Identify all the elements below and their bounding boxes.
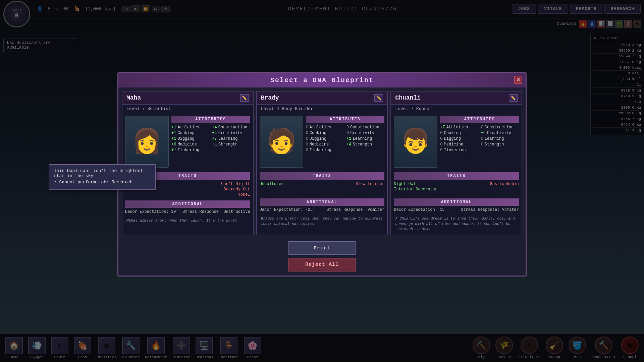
maha-attr-creativity: +4 Creativity [212,131,250,135]
brady-attr-creativity: 0 Creativity [346,131,384,135]
chuanli-stress: Stress Response: Vomiter [461,207,519,212]
chuanli-traits-content: Night Owl Interior Decorator Gastrophobi… [394,182,519,195]
chuanli-traits-header: TRAITS [394,172,519,180]
maha-attr-strength: +1 Strength [212,142,250,147]
maha-edit-button[interactable]: ✏️ [240,94,249,102]
maha-portrait: 👩 [125,116,169,168]
dna-dialog: Select a DNA Blueprint ✕ Maha ✏️ Level 7… [117,72,527,276]
tooltip-line1: This Duplicant isn't the brightest star … [54,168,151,178]
chuanli-attr-cooking: 0 Cooking [440,131,478,135]
chuanli-attr-learning: 0 Learning [481,136,519,141]
chuanli-bio: A Chuanli's one dream is to shed their m… [391,214,522,234]
brady-traits-positive: Uncultured [260,182,284,195]
chuanli-attributes: ATTRIBUTES +7 Athletics 0 Construction [440,116,519,168]
chuanli-traits-positive: Night Owl Interior Decorator [394,182,437,195]
brady-additional: ADDITIONAL Decor Expectation: -25 Stress… [257,197,387,214]
maha-decor: Decor Expectation: 10 [125,209,176,214]
chuanli-attr-athletics: +7 Athletics [440,125,478,130]
chuanli-name: Chuanli [395,95,421,101]
brady-portrait: 🧑 [260,116,303,168]
dialog-close-button[interactable]: ✕ [514,76,522,84]
maha-attr-athletics: +1 Athletics [171,125,209,130]
brady-attr-cooking: 0 Cooking [306,131,344,135]
brady-attr-tinkering: 0 Tinkering [306,148,344,153]
chuanli-attrs-grid: +7 Athletics 0 Construction 0 Cooking [440,125,519,153]
brady-name: Brady [261,95,279,101]
maha-attr-medicine: +6 Medicine [171,142,209,147]
chuanli-decor: Decor Expectation: 15 [394,207,444,212]
duplicant-card-chuanli: Chuanli ✏️ Level 7 Runner 👦 ATTRIBUTES +… [390,91,522,235]
duplicant-card-maha: Maha ✏️ Level 7 Scientist 👩 ATTRIBUTES +… [122,91,254,235]
brady-stress: Stress Response: Vomiter [327,207,385,212]
brady-attr-athletics: 0 Athletics [306,125,344,130]
chuanli-attr-tinkering: 0 Tinkering [440,148,478,153]
brady-attr-learning: +1 Learning [346,136,384,141]
maha-stress: Stress Response: Destructive [182,209,250,214]
brady-traits-negative: Slow Learner [356,182,384,195]
brady-additional-header: ADDITIONAL [260,198,385,206]
brady-attr-digging: 0 Digging [306,136,344,141]
trait-tooltip: This Duplicant isn't the brightest star … [49,164,156,190]
brady-traits: TRAITS Uncultured Slow Learner [257,170,387,197]
maha-attr-tinkering: +1 Tinkering [171,148,209,153]
maha-additional: ADDITIONAL Decor Expectation: 10 Stress … [122,199,253,216]
maha-attr-cooking: +1 Cooking [171,131,209,135]
chuanli-level: Level 7 Runner [391,105,522,113]
chuanli-portrait: 👦 [394,116,437,168]
brady-attr-construction: 0 Construction [346,125,384,130]
brady-content: 🧑 ATTRIBUTES 0 Athletics 0 Construction [257,113,387,170]
chuanli-traits-negative: Gastrophobia [490,182,519,195]
maha-name: Maha [126,95,141,101]
chuanli-additional-header: ADDITIONAL [394,198,519,206]
dialog-buttons: Print Reject All [118,239,526,276]
brady-attrs-grid: 0 Athletics 0 Construction 0 Cooking [306,125,385,153]
chuanli-attr-medicine: 0 Medicine [440,142,478,147]
maha-additional-stats: Decor Expectation: 10 Stress Response: D… [125,209,250,214]
brady-attr-medicine: 0 Medicine [306,142,344,147]
brady-traits-header: TRAITS [260,172,385,180]
chuanli-additional: ADDITIONAL Decor Expectation: 15 Stress … [391,197,522,214]
maha-content: 👩 ATTRIBUTES +1 Athletics +4 Constructio… [122,113,253,170]
brady-bio: Bradys are pretty cool when they can man… [257,214,387,230]
maha-traits-negative: Can't Dig It Scaredy-Cat Yokel [221,182,250,197]
brady-attributes: ATTRIBUTES 0 Athletics 0 Construction [306,116,385,168]
maha-name-bar: Maha ✏️ [122,92,253,105]
brady-decor: Decor Expectation: -25 [260,207,313,212]
brady-level: Level 4 Body Builder [257,105,387,113]
brady-attr-header: ATTRIBUTES [306,116,385,123]
duplicants-grid: Maha ✏️ Level 7 Scientist 👩 ATTRIBUTES +… [118,87,526,238]
dialog-title: Select a DNA Blueprint [118,73,526,87]
maha-bio: Mahas always snort when they laugh. It's… [122,216,253,232]
duplicant-card-brady: Brady ✏️ Level 4 Body Builder 🧑 ATTRIBUT… [256,91,388,235]
chuanli-name-bar: Chuanli ✏️ [391,92,522,105]
maha-attrs-grid: +1 Athletics +4 Construction +1 Cooking [171,125,250,153]
chuanli-attr-creativity: +5 Creativity [481,131,519,135]
maha-attr-learning: +7 Learning [212,136,250,141]
reject-all-button[interactable]: Reject All [288,258,356,272]
chuanli-content: 👦 ATTRIBUTES +7 Athletics 0 Construction [391,113,522,170]
tooltip-line2: • Cannot perform job: Research [54,180,151,185]
maha-attributes: ATTRIBUTES +1 Athletics +4 Construction [171,116,250,168]
chuanli-attr-digging: 0 Digging [440,136,478,141]
chuanli-attr-strength: 0 Strength [481,142,519,147]
maha-attr-construction: +4 Construction [212,125,250,130]
print-button[interactable]: Print [288,241,356,255]
chuanli-additional-stats: Decor Expectation: 15 Stress Response: V… [394,207,519,212]
chuanli-attr-construction: 0 Construction [481,125,519,130]
maha-attr-digging: +1 Digging [171,136,209,141]
maha-additional-header: ADDITIONAL [125,200,250,208]
brady-attr-strength: +4 Strength [346,142,384,147]
brady-traits-content: Uncultured Slow Learner [260,182,385,195]
chuanli-traits: TRAITS Night Owl Interior Decorator Gast… [391,170,522,197]
chuanli-edit-button[interactable]: ✏️ [509,94,518,102]
chuanli-attr-header: ATTRIBUTES [440,116,519,123]
brady-additional-stats: Decor Expectation: -25 Stress Response: … [260,207,385,212]
brady-name-bar: Brady ✏️ [257,92,387,105]
brady-edit-button[interactable]: ✏️ [374,94,383,102]
maha-attr-header: ATTRIBUTES [171,116,250,123]
maha-level: Level 7 Scientist [122,105,253,113]
